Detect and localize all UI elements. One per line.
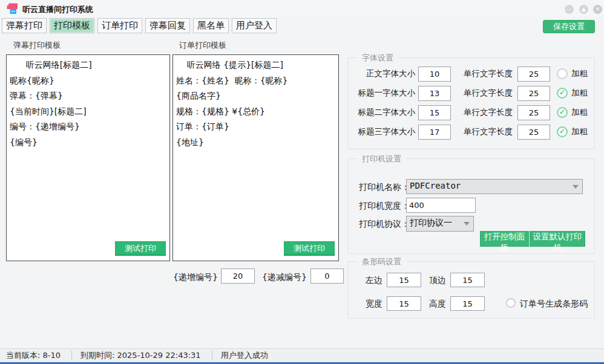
order-template-editor[interactable]: 听云网络 {提示}[标题二] 姓名：{姓名} 昵称：{昵称} {商品名字} 规格… [173, 55, 338, 239]
order-barcode-label: 订单号生成条形码 [520, 299, 588, 310]
barcode-width-label: 宽度 [366, 299, 382, 310]
line-length-label: 单行文字长度 [464, 126, 513, 137]
tab-order-print[interactable]: 订单打印 [97, 18, 142, 33]
title-bar: 听云直播间打印系统 — ▲ ✕ [0, 0, 604, 17]
printer-app-icon [6, 2, 19, 15]
tab-danmu-print[interactable]: 弹幕打印 [2, 18, 47, 33]
line-length-label: 单行文字长度 [464, 68, 513, 79]
tab-print-template[interactable]: 打印模板 [50, 18, 94, 33]
close-icon[interactable]: ✕ [593, 5, 602, 14]
printer-protocol-label: 打印机协议： [359, 219, 410, 230]
line-length-label: 单行文字长度 [464, 88, 513, 99]
maximize-icon[interactable]: ▲ [579, 5, 588, 14]
tab-danmu-reply[interactable]: 弹幕回复 [145, 18, 190, 33]
line-length-input[interactable] [517, 86, 550, 101]
increment-number-input[interactable] [221, 268, 255, 284]
font-row-title2: 标题二字体大小 单行文字长度 加粗 [349, 105, 594, 120]
line-length-label: 单行文字长度 [464, 107, 513, 118]
app-title: 听云直播间打印系统 [22, 4, 93, 15]
bold-label: 加粗 [571, 88, 588, 99]
chevron-down-icon [464, 222, 470, 226]
bold-checkbox[interactable] [557, 68, 568, 79]
printer-name-label: 打印机名称： [359, 182, 410, 193]
font-size-input[interactable] [418, 86, 451, 101]
font-size-input[interactable] [418, 67, 451, 82]
font-settings-title: 字体设置 [357, 53, 398, 63]
status-expire-time: 到期时间: 2025-10-29 22:43:31 [80, 350, 201, 361]
set-default-printer-button[interactable]: 设置默认打印机 [530, 231, 585, 247]
order-template-label: 订单打印模板 [179, 40, 226, 51]
printer-settings-group: 打印机设置 打印机名称： PDFCreator 打印机宽度： 打印机协议： 打印… [348, 158, 595, 254]
barcode-height-label: 高度 [429, 299, 446, 310]
increment-number-label: {递增编号} [173, 272, 218, 283]
font-row-body: 正文字体大小 单行文字长度 加粗 [349, 66, 594, 82]
status-divider [212, 351, 212, 360]
bold-label: 加粗 [571, 126, 588, 137]
barcode-left-label: 左边 [366, 275, 382, 286]
font-settings-group: 字体设置 正文字体大小 单行文字长度 加粗 标题一字体大小 单行文字长度 加粗 … [348, 57, 595, 149]
font-size-label: 标题二字体大小 [349, 107, 415, 118]
tab-user-login[interactable]: 用户登入 [232, 18, 277, 33]
line-length-input[interactable] [517, 105, 550, 120]
minimize-icon[interactable]: — [565, 5, 574, 14]
order-template-panel: 听云网络 {提示}[标题二] 姓名：{姓名} 昵称：{昵称} {商品名字} 规格… [172, 54, 339, 261]
font-size-label: 标题三字体大小 [349, 126, 415, 137]
danmu-template-panel: 听云网络[标题二] 昵称{昵称} 弹幕：{弹幕} {当前时间}[标题二] 编号：… [6, 54, 170, 261]
decrement-number-label: {递减编号} [262, 272, 307, 283]
line-length-input[interactable] [517, 125, 550, 140]
font-size-label: 标题一字体大小 [349, 88, 415, 99]
printer-width-label: 打印机宽度： [359, 201, 410, 212]
printer-protocol-value: 打印协议一 [410, 218, 452, 229]
decrement-number-input[interactable] [310, 268, 344, 284]
open-control-panel-button[interactable]: 打开控制面板 [480, 231, 529, 247]
status-bar: 当前版本: 8-10 到期时间: 2025-10-29 22:43:31 用户登… [0, 348, 604, 362]
printer-name-value: PDFCreator [410, 181, 461, 190]
barcode-settings-group: 条形码设置 左边 顶边 宽度 高度 订单号生成条形码 [348, 261, 595, 319]
font-row-title3: 标题三字体大小 单行文字长度 加粗 [349, 124, 594, 140]
line-length-input[interactable] [517, 67, 550, 82]
bold-checkbox[interactable] [557, 107, 568, 118]
danmu-template-editor[interactable]: 听云网络[标题二] 昵称{昵称} 弹幕：{弹幕} {当前时间}[标题二] 编号：… [7, 55, 169, 239]
status-login-message: 用户登入成功 [221, 350, 268, 361]
barcode-settings-title: 条形码设置 [357, 256, 406, 267]
bold-checkbox[interactable] [557, 88, 568, 99]
tab-bar: 弹幕打印 打印模板 订单打印 弹幕回复 黑名单 用户登入 [2, 18, 280, 33]
barcode-top-label: 顶边 [429, 275, 446, 286]
status-divider [71, 351, 72, 360]
chevron-down-icon [573, 185, 579, 189]
bold-label: 加粗 [571, 107, 588, 118]
tab-blacklist[interactable]: 黑名单 [193, 18, 229, 33]
font-row-title1: 标题一字体大小 单行文字长度 加粗 [349, 85, 594, 101]
app-window: 听云直播间打印系统 — ▲ ✕ 弹幕打印 打印模板 订单打印 弹幕回复 黑名单 … [0, 0, 604, 364]
font-size-input[interactable] [418, 125, 451, 140]
barcode-top-input[interactable] [450, 273, 485, 287]
danmu-test-print-button[interactable]: 测试打印 [115, 241, 166, 256]
printer-settings-title: 打印机设置 [357, 154, 406, 164]
danmu-template-label: 弹幕打印模板 [13, 40, 61, 51]
printer-name-select[interactable]: PDFCreator [406, 179, 583, 194]
bold-label: 加粗 [571, 68, 588, 79]
printer-width-input[interactable] [406, 198, 476, 213]
order-test-print-button[interactable]: 测试打印 [284, 241, 335, 256]
font-size-label: 正文字体大小 [349, 68, 415, 79]
font-size-input[interactable] [418, 105, 451, 120]
status-version: 当前版本: 8-10 [6, 350, 61, 361]
save-settings-button[interactable]: 保存设置 [543, 20, 595, 33]
bold-checkbox[interactable] [557, 126, 568, 137]
printer-protocol-select[interactable]: 打印协议一 [406, 216, 474, 232]
barcode-height-input[interactable] [450, 296, 485, 311]
barcode-width-input[interactable] [387, 296, 421, 311]
barcode-left-input[interactable] [387, 273, 421, 287]
order-barcode-radio[interactable] [506, 298, 516, 308]
